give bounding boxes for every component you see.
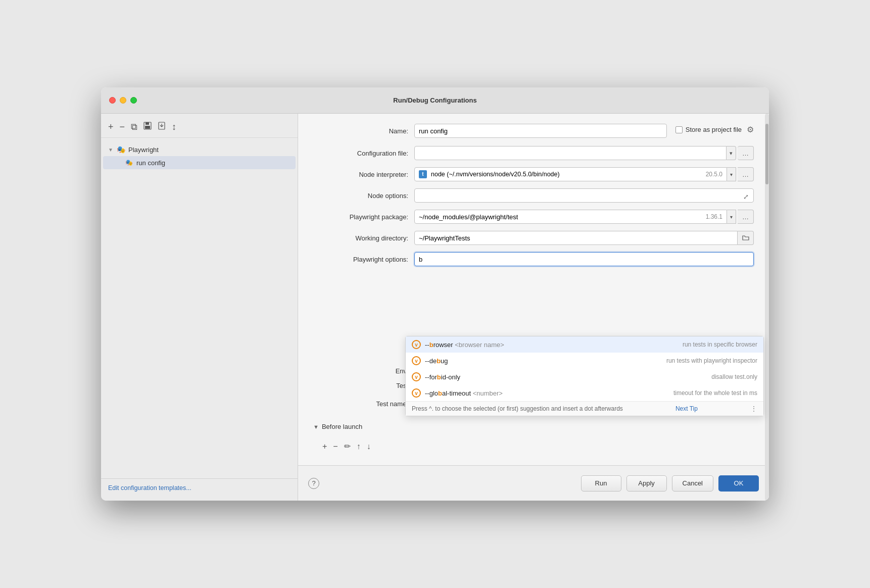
node-t-icon: t — [419, 170, 427, 178]
add-configuration-button[interactable]: + — [106, 121, 116, 132]
traffic-lights — [109, 97, 137, 104]
name-label: Name: — [313, 127, 414, 135]
run-button[interactable]: Run — [581, 475, 621, 492]
node-options-label: Node options: — [313, 192, 414, 200]
node-options-expand-button[interactable]: ⤢ — [739, 189, 753, 204]
autocomplete-text-forbid: --forbid-only — [425, 373, 460, 381]
playwright-package-version: 1.36.1 — [706, 213, 722, 220]
working-directory-label: Working directory: — [313, 234, 414, 242]
node-interpreter-path: node (~/.nvm/versions/node/v20.5.0/bin/n… — [431, 171, 700, 178]
close-button[interactable] — [109, 97, 116, 104]
import-configuration-button[interactable] — [156, 121, 168, 132]
bottom-bar: ? Run Apply Cancel OK — [298, 465, 769, 501]
node-interpreter-arrow-button[interactable]: ▾ — [727, 167, 736, 181]
run-config-icon: 🎭 — [124, 158, 133, 167]
config-file-row: Configuration file: ▾ … — [313, 146, 754, 160]
node-interpreter-label: Node interpreter: — [313, 171, 414, 178]
working-directory-browse-button[interactable] — [738, 231, 754, 245]
autocomplete-desc-global: timeout for the whole test in ms — [673, 389, 757, 397]
before-launch-title: Before launch — [322, 423, 362, 430]
autocomplete-highlight-debug: b — [437, 357, 441, 365]
remove-configuration-button[interactable]: − — [118, 121, 127, 132]
config-form: Store as project file ⚙ Name: Configurat… — [298, 114, 769, 465]
before-launch-up-button[interactable]: ↑ — [356, 440, 362, 452]
node-interpreter-select[interactable]: t node (~/.nvm/versions/node/v20.5.0/bin… — [414, 167, 727, 181]
before-launch-tools: + − ✏ ↑ ↓ — [313, 437, 754, 455]
environment-label: Envi — [313, 367, 414, 375]
node-version: 20.5.0 — [706, 171, 722, 178]
config-file-control: ▾ … — [414, 146, 754, 160]
autocomplete-item-browser-left: v --browser <browser name> — [412, 340, 504, 349]
playwright-group: ▼ 🎭 Playwright 🎭 run config — [101, 142, 298, 170]
sort-configurations-button[interactable]: ↕ — [170, 121, 178, 132]
autocomplete-param-global: <number> — [473, 389, 503, 397]
playwright-group-icon: 🎭 — [116, 145, 125, 154]
scrollbar[interactable] — [765, 114, 769, 501]
right-panel: Store as project file ⚙ Name: Configurat… — [298, 114, 769, 501]
sidebar-toolbar: + − ⧉ ↕ — [101, 118, 298, 138]
autocomplete-footer: Press ^. to choose the selected (or firs… — [406, 401, 763, 416]
playwright-group-label: Playwright — [128, 146, 159, 154]
working-directory-row: Working directory: ~/PlaywrightTests — [313, 231, 754, 245]
autocomplete-icon-debug: v — [412, 356, 421, 365]
autocomplete-param-browser: <browser name> — [455, 341, 504, 349]
autocomplete-item-debug-left: v --debug — [412, 356, 448, 365]
working-directory-input[interactable]: ~/PlaywrightTests — [414, 231, 738, 245]
playwright-package-browse-button[interactable]: … — [738, 210, 754, 224]
autocomplete-item-browser[interactable]: v --browser <browser name> run tests in … — [406, 336, 763, 353]
run-config-item[interactable]: 🎭 run config — [103, 156, 296, 169]
autocomplete-item-forbid-left: v --forbid-only — [412, 372, 460, 381]
ok-button[interactable]: OK — [718, 475, 759, 492]
edit-templates-link[interactable]: Edit configuration templates... — [108, 484, 191, 492]
before-launch-down-button[interactable]: ↓ — [366, 440, 372, 452]
autocomplete-highlight-browser: b — [429, 341, 433, 349]
autocomplete-item-forbid[interactable]: v --forbid-only disallow test.only — [406, 369, 763, 385]
maximize-button[interactable] — [130, 97, 137, 104]
working-directory-control: ~/PlaywrightTests — [414, 231, 754, 245]
playwright-group-item[interactable]: ▼ 🎭 Playwright — [103, 143, 296, 156]
next-tip-link[interactable]: Next Tip — [675, 405, 698, 412]
autocomplete-icon-forbid: v — [412, 372, 421, 381]
playwright-package-arrow-button[interactable]: ▾ — [727, 210, 736, 224]
window-title: Run/Debug Configurations — [393, 96, 476, 104]
autocomplete-item-global[interactable]: v --global-timeout <number> timeout for … — [406, 385, 763, 401]
playwright-options-label: Playwright options: — [313, 256, 414, 263]
help-button[interactable]: ? — [308, 478, 319, 489]
config-file-input[interactable] — [414, 146, 727, 160]
node-options-input[interactable] — [414, 188, 754, 203]
before-launch-edit-button[interactable]: ✏ — [343, 440, 352, 452]
name-input[interactable] — [414, 124, 667, 138]
before-launch-section[interactable]: ▼ Before launch — [313, 419, 754, 433]
autocomplete-text-debug: --debug — [425, 357, 448, 365]
title-bar: Run/Debug Configurations — [101, 87, 769, 114]
more-icon[interactable]: ⋮ — [750, 405, 757, 413]
sidebar-footer: Edit configuration templates... — [101, 478, 298, 497]
scrollbar-thumb — [765, 124, 768, 184]
name-row: Name: — [313, 124, 754, 138]
before-launch-remove-button[interactable]: − — [332, 440, 339, 452]
apply-button[interactable]: Apply — [626, 475, 667, 492]
minimize-button[interactable] — [120, 97, 126, 104]
playwright-package-input[interactable]: ~/node_modules/@playwright/test 1.36.1 — [414, 210, 727, 224]
cancel-button[interactable]: Cancel — [672, 475, 713, 492]
autocomplete-desc-forbid: disallow test.only — [711, 373, 757, 380]
autocomplete-icon-browser: v — [412, 340, 421, 349]
playwright-package-control: ~/node_modules/@playwright/test 1.36.1 ▾… — [414, 210, 754, 224]
copy-configuration-button[interactable]: ⧉ — [129, 121, 139, 132]
config-file-label: Configuration file: — [313, 150, 414, 157]
before-launch-add-button[interactable]: + — [321, 440, 328, 452]
autocomplete-highlight-forbid: b — [437, 373, 441, 381]
playwright-package-row: Playwright package: ~/node_modules/@play… — [313, 210, 754, 224]
autocomplete-highlight-global: b — [438, 389, 442, 397]
playwright-options-input[interactable] — [414, 252, 754, 266]
working-directory-value: ~/PlaywrightTests — [419, 234, 470, 242]
sidebar: + − ⧉ ↕ — [101, 114, 298, 501]
config-file-dropdown-button[interactable]: ▾ — [727, 146, 736, 160]
name-control — [414, 124, 754, 138]
autocomplete-item-debug[interactable]: v --debug run tests with playwright insp… — [406, 353, 763, 369]
node-interpreter-browse-button[interactable]: … — [738, 167, 754, 181]
config-file-browse-button[interactable]: … — [738, 146, 754, 160]
node-interpreter-control: t node (~/.nvm/versions/node/v20.5.0/bin… — [414, 167, 754, 181]
node-options-row: Node options: ⤢ — [313, 188, 754, 203]
save-configuration-button[interactable] — [141, 121, 154, 132]
